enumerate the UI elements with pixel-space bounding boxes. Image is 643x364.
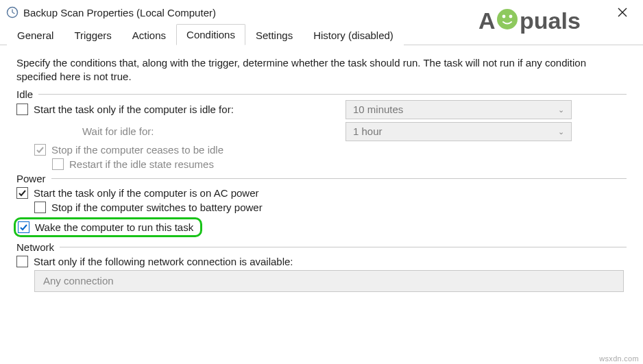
group-idle: Idle — [16, 88, 627, 100]
svg-line-2 — [12, 12, 15, 14]
group-power: Power — [16, 173, 627, 184]
group-network-label: Network — [16, 241, 60, 253]
combo-idle-duration-value: 10 minutes — [353, 104, 403, 115]
svg-text:puals: puals — [520, 8, 581, 34]
checkbox-stop-battery[interactable] — [34, 202, 46, 213]
label-wake-computer: Wake the computer to run this task — [35, 221, 193, 233]
label-network-start: Start only if the following network conn… — [34, 256, 293, 267]
close-icon — [618, 8, 627, 17]
tab-settings[interactable]: Settings — [245, 25, 303, 45]
group-network: Network — [16, 241, 627, 253]
watermark-text: wsxdn.com — [599, 354, 639, 363]
label-restart-idle-resume: Restart if the idle state resumes — [69, 158, 214, 170]
brand-logo: A puals — [478, 5, 588, 39]
combo-wait-duration-value: 1 hour — [353, 125, 383, 137]
intro-text: Specify the conditions that, along with … — [16, 56, 627, 84]
checkbox-ac-power[interactable] — [16, 187, 28, 199]
checkbox-restart-idle-resume[interactable] — [52, 158, 64, 170]
tab-actions[interactable]: Actions — [122, 25, 176, 45]
label-stop-battery: Stop if the computer switches to battery… — [51, 202, 263, 213]
check-icon — [19, 223, 28, 232]
tab-content-conditions: Specify the conditions that, along with … — [0, 45, 643, 298]
window-title: Backup Scan Properties (Local Computer) — [23, 7, 216, 19]
check-icon — [36, 145, 45, 154]
divider — [38, 94, 627, 95]
check-icon — [18, 189, 27, 197]
chevron-down-icon: ⌄ — [558, 105, 564, 114]
clock-icon — [5, 5, 19, 19]
group-power-label: Power — [16, 173, 51, 184]
checkbox-wake-computer[interactable] — [18, 221, 29, 233]
close-button[interactable] — [607, 3, 638, 22]
divider — [60, 247, 627, 247]
label-idle-start: Start the task only if the computer is i… — [34, 104, 234, 115]
combo-network-connection-value: Any connection — [43, 275, 114, 287]
combo-wait-duration[interactable]: 1 hour ⌄ — [345, 122, 572, 141]
divider — [51, 178, 627, 179]
combo-network-connection[interactable]: Any connection — [34, 270, 624, 292]
label-stop-cease-idle: Stop if the computer ceases to be idle — [51, 144, 223, 156]
svg-text:A: A — [478, 8, 496, 34]
group-idle-label: Idle — [16, 88, 38, 100]
svg-point-6 — [497, 9, 518, 29]
tab-conditions[interactable]: Conditions — [176, 24, 245, 45]
highlight-wake: Wake the computer to run this task — [14, 217, 202, 237]
checkbox-network-start[interactable] — [16, 256, 28, 267]
svg-point-7 — [502, 15, 506, 19]
checkbox-stop-cease-idle[interactable] — [34, 144, 46, 156]
label-ac-power: Start the task only if the computer is o… — [34, 187, 259, 199]
chevron-down-icon: ⌄ — [558, 127, 564, 136]
combo-idle-duration[interactable]: 10 minutes ⌄ — [345, 100, 572, 119]
tab-general[interactable]: General — [7, 25, 64, 45]
tab-triggers[interactable]: Triggers — [64, 25, 121, 45]
checkbox-idle-start[interactable] — [16, 104, 28, 115]
label-wait-for-idle: Wait for idle for: — [16, 125, 154, 137]
tab-history[interactable]: History (disabled) — [303, 25, 404, 45]
svg-point-8 — [509, 15, 513, 19]
